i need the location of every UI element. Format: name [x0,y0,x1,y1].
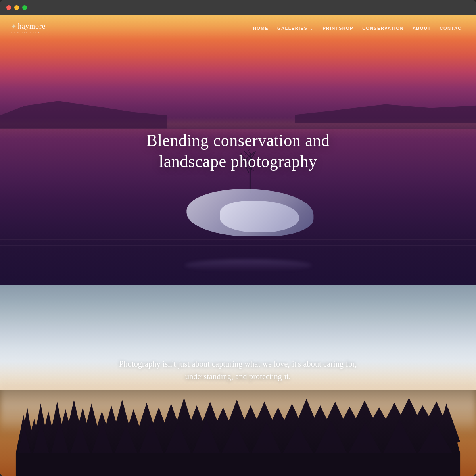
logo[interactable]: ✦ haymore LANDSCAPES [11,22,46,34]
hero-heading-line2: landscape photography [159,152,317,170]
water-line-4 [0,257,476,257]
navbar: ✦ haymore LANDSCAPES HOME GALLERIES ⌄ PR… [0,15,476,41]
nav-links: HOME GALLERIES ⌄ PRINTSHOP CONSERVATION … [253,26,465,31]
title-bar [0,0,476,15]
nav-about[interactable]: ABOUT [413,26,431,31]
browser-window: ✦ haymore LANDSCAPES HOME GALLERIES ⌄ PR… [0,0,476,476]
water-line-1 [0,239,476,240]
nav-galleries[interactable]: GALLERIES ⌄ [277,26,314,31]
logo-subtitle: LANDSCAPES [11,31,46,34]
hero-heading-line1: Blending conservation and [146,131,330,150]
maximize-button[interactable] [22,5,27,10]
nav-contact[interactable]: CONTACT [440,26,465,31]
nav-conservation[interactable]: CONSERVATION [362,26,404,31]
logo-text: haymore [18,22,46,31]
logo-name: ✦ haymore [11,22,46,31]
hero-section: Blending conservation and landscape phot… [0,15,476,285]
section-two-text-block: Photography isn't just about capturing w… [103,357,373,383]
hero-heading: Blending conservation and landscape phot… [119,130,357,172]
tree-silhouettes [0,384,476,476]
svg-rect-0 [16,453,460,476]
section-two-quote: Photography isn't just about capturing w… [103,357,373,383]
close-button[interactable] [6,5,11,10]
water-lines [0,232,476,271]
water-line-5 [0,263,476,263]
chevron-down-icon: ⌄ [310,27,314,31]
hero-text-block: Blending conservation and landscape phot… [119,130,357,172]
logo-leaf-icon: ✦ [11,23,17,30]
nav-home[interactable]: HOME [253,26,269,31]
website-content: ✦ haymore LANDSCAPES HOME GALLERIES ⌄ PR… [0,15,476,476]
minimize-button[interactable] [14,5,19,10]
trees-svg [0,384,476,476]
water-line-3 [0,251,476,251]
nav-printshop[interactable]: PRINTSHOP [322,26,353,31]
section-two: Photography isn't just about capturing w… [0,285,476,476]
water-line-2 [0,245,476,246]
